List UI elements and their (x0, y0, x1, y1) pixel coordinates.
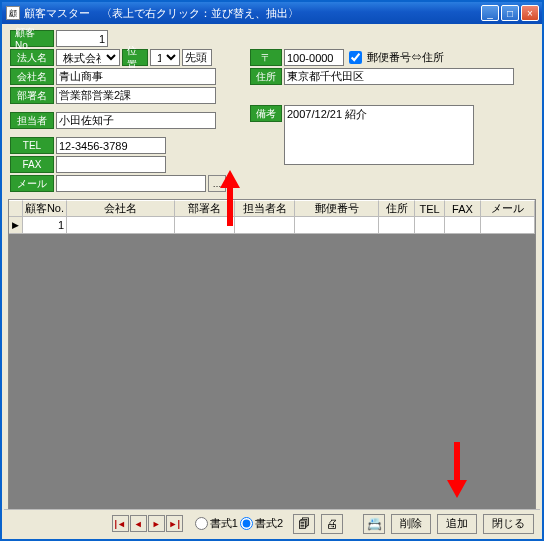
export-icon-button[interactable]: 📇 (363, 514, 385, 534)
cell-mail[interactable] (481, 217, 535, 234)
titlebar: 顧 顧客マスター 〈表上で右クリック：並び替え、抽出〉 _ □ × (2, 2, 542, 24)
mail-field[interactable] (56, 175, 206, 192)
dept-field[interactable] (56, 87, 216, 104)
label-address: 住所 (250, 68, 282, 85)
format-radio-group: 書式1 書式2 (195, 516, 283, 531)
zip-field[interactable] (284, 49, 344, 66)
preview-icon-button[interactable]: 🗐 (293, 514, 315, 534)
company-field[interactable] (56, 68, 216, 85)
label-title-pos: 位置 (122, 49, 148, 66)
cell-person[interactable] (235, 217, 295, 234)
label-person: 担当者 (10, 112, 54, 129)
cell-zip[interactable] (295, 217, 379, 234)
svg-marker-0 (220, 170, 240, 226)
label-company: 会社名 (10, 68, 54, 85)
grid-header-person[interactable]: 担当者名 (235, 200, 295, 217)
app-icon: 顧 (6, 6, 20, 20)
title-suffix-field (182, 49, 212, 66)
print-icon-button[interactable]: 🖨 (321, 514, 343, 534)
grid-header-company[interactable]: 会社名 (67, 200, 175, 217)
minimize-button[interactable]: _ (481, 5, 499, 21)
address-field[interactable] (284, 68, 514, 85)
label-note: 備考 (250, 105, 282, 122)
svg-marker-1 (447, 442, 467, 498)
maximize-button[interactable]: □ (501, 5, 519, 21)
grid-header-custno[interactable]: 顧客No. (23, 200, 67, 217)
format1-label: 書式1 (210, 516, 238, 531)
annotation-arrow-up (220, 170, 240, 226)
nav-next-button[interactable]: ► (148, 515, 165, 532)
fax-field[interactable] (56, 156, 166, 173)
cell-tel[interactable] (415, 217, 445, 234)
note-field[interactable]: 2007/12/21 紹介 (284, 105, 474, 165)
label-corp-type: 法人名 (10, 49, 54, 66)
cell-address[interactable] (379, 217, 415, 234)
grid-header-zip[interactable]: 郵便番号 (295, 200, 379, 217)
nav-first-button[interactable]: |◄ (112, 515, 129, 532)
close-form-button[interactable]: 閉じる (483, 514, 534, 534)
cell-fax[interactable] (445, 217, 481, 234)
corp-type-select[interactable]: 株式会社 (56, 49, 120, 66)
cell-company[interactable] (67, 217, 175, 234)
label-fax: FAX (10, 156, 54, 173)
grid-header-fax[interactable]: FAX (445, 200, 481, 217)
zip-to-addr-label: 郵便番号⇔住所 (367, 50, 444, 65)
form-area: 顧客No. 法人名 株式会社 位置 1 会社名 (2, 24, 542, 196)
nav-last-button[interactable]: ►| (166, 515, 183, 532)
row-selector-icon[interactable]: ▶ (9, 217, 23, 234)
window-title: 顧客マスター 〈表上で右クリック：並び替え、抽出〉 (24, 6, 481, 21)
annotation-arrow-down (447, 442, 467, 498)
label-dept: 部署名 (10, 87, 54, 104)
add-button[interactable]: 追加 (437, 514, 477, 534)
grid-header-selector[interactable] (9, 200, 23, 217)
format1-radio[interactable] (195, 517, 208, 530)
person-field[interactable] (56, 112, 216, 129)
format2-label: 書式2 (255, 516, 283, 531)
zip-to-addr-check[interactable] (349, 51, 362, 64)
nav-prev-button[interactable]: ◄ (130, 515, 147, 532)
grid-header-mail[interactable]: メール (481, 200, 535, 217)
format2-radio[interactable] (240, 517, 253, 530)
grid-header-address[interactable]: 住所 (379, 200, 415, 217)
grid-header-row: 顧客No. 会社名 部署名 担当者名 郵便番号 住所 TEL FAX メール (9, 200, 535, 217)
tel-field[interactable] (56, 137, 166, 154)
label-tel: TEL (10, 137, 54, 154)
app-window: 顧 顧客マスター 〈表上で右クリック：並び替え、抽出〉 _ □ × 顧客No. … (0, 0, 544, 541)
label-zip: 〒 (250, 49, 282, 66)
cell-custno[interactable]: 1 (23, 217, 67, 234)
delete-button[interactable]: 削除 (391, 514, 431, 534)
close-button[interactable]: × (521, 5, 539, 21)
table-row[interactable]: ▶ 1 (9, 217, 535, 234)
label-mail: メール (10, 175, 54, 192)
label-cust-no: 顧客No. (10, 30, 54, 47)
footer-toolbar: |◄ ◄ ► ►| 書式1 書式2 🗐 🖨 📇 削除 追加 閉じる (4, 509, 540, 537)
title-pos-select[interactable]: 1 (150, 49, 180, 66)
grid-header-tel[interactable]: TEL (415, 200, 445, 217)
cust-no-field[interactable] (56, 30, 108, 47)
